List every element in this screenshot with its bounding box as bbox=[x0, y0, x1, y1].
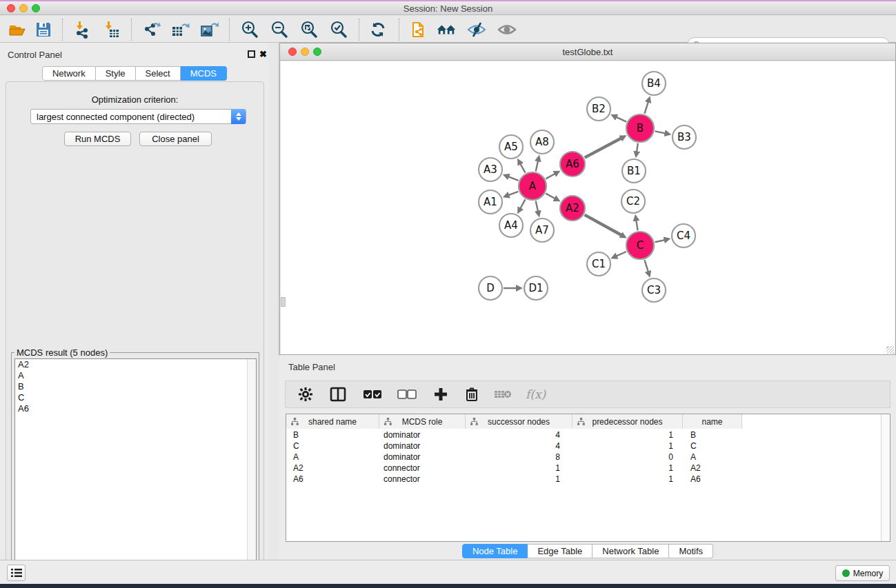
zoom-out-icon[interactable] bbox=[269, 19, 290, 40]
edge-A-A7[interactable] bbox=[536, 201, 539, 212]
node-label-C4: C4 bbox=[677, 230, 690, 242]
cell-shared-name: B bbox=[286, 430, 379, 440]
canvas-scrollbar-stub[interactable] bbox=[281, 297, 286, 307]
edge-B-B3[interactable] bbox=[655, 131, 666, 133]
table-row[interactable]: A2connector11A2 bbox=[286, 463, 880, 474]
settings-gear-icon[interactable] bbox=[298, 385, 313, 403]
table-row[interactable]: Cdominator41C bbox=[286, 440, 880, 452]
network-canvas[interactable]: B4B2BB3A8A5A6A3B1AA1C2A2A4A7C4CC1C3DD1 bbox=[281, 61, 895, 354]
window-resize-handle[interactable] bbox=[886, 346, 894, 354]
column-header-successor-nodes[interactable]: successor nodes bbox=[466, 414, 573, 429]
table-panel: Table Panel ✖ bbox=[279, 355, 896, 559]
result-list-item[interactable]: C bbox=[15, 392, 256, 403]
import-table-icon[interactable] bbox=[101, 19, 121, 40]
edge-A-A2[interactable] bbox=[546, 194, 555, 199]
list-icon bbox=[11, 568, 22, 578]
network-window-title: testGlobe.txt bbox=[280, 47, 895, 57]
edge-C-C4[interactable] bbox=[655, 240, 665, 242]
edge-B-B2[interactable] bbox=[615, 116, 626, 121]
memory-button[interactable]: Memory bbox=[835, 565, 890, 581]
control-panel-title: Control Panel bbox=[8, 50, 62, 60]
tab-select[interactable]: Select bbox=[136, 66, 181, 81]
export-table-icon[interactable] bbox=[170, 19, 190, 40]
refresh-view-icon[interactable] bbox=[368, 19, 388, 40]
tab-mcds[interactable]: MCDS bbox=[181, 66, 227, 81]
network-graph[interactable]: B4B2BB3A8A5A6A3B1AA1C2A2A4A7C4CC1C3DD1 bbox=[281, 61, 895, 354]
zoom-selected-icon[interactable] bbox=[328, 19, 349, 40]
column-header-MCDS-role[interactable]: MCDS role bbox=[379, 414, 466, 429]
column-header-shared-name[interactable]: shared name bbox=[286, 414, 379, 429]
table-tab-node-table[interactable]: Node Table bbox=[462, 544, 528, 558]
tab-network[interactable]: Network bbox=[42, 66, 96, 81]
edge-A-A6[interactable] bbox=[546, 174, 555, 179]
export-network-icon[interactable] bbox=[141, 19, 161, 40]
edge-A6-B[interactable] bbox=[585, 138, 622, 158]
float-panel-icon[interactable] bbox=[248, 50, 255, 58]
main-titlebar: Session: New Session bbox=[0, 0, 896, 15]
cell-successor-nodes: 8 bbox=[466, 452, 573, 462]
node-table[interactable]: shared nameMCDS rolesuccessor nodesprede… bbox=[286, 414, 890, 542]
eye-slash-icon[interactable] bbox=[466, 19, 487, 40]
import-network-icon[interactable] bbox=[72, 19, 92, 40]
node-label-C1: C1 bbox=[592, 258, 606, 270]
optimization-criterion-select[interactable]: largest connected component (directed) bbox=[30, 109, 246, 124]
select-all-checkboxes-icon[interactable] bbox=[363, 385, 382, 403]
edge-A-A5[interactable] bbox=[520, 163, 526, 173]
column-header-name[interactable]: name bbox=[683, 414, 742, 429]
toggle-columns-icon[interactable] bbox=[330, 385, 346, 403]
table-toolbar: f(x) bbox=[285, 381, 890, 408]
edge-C-C3[interactable] bbox=[644, 260, 648, 272]
tab-style[interactable]: Style bbox=[96, 66, 136, 81]
table-row[interactable]: Adominator80A bbox=[286, 452, 880, 463]
task-history-button[interactable] bbox=[7, 565, 26, 581]
cell-name: C bbox=[683, 441, 742, 451]
add-row-icon[interactable] bbox=[433, 385, 448, 403]
zoom-fit-icon[interactable] bbox=[299, 19, 319, 40]
edge-B-B1[interactable] bbox=[637, 143, 638, 153]
result-list-item[interactable]: A bbox=[15, 370, 256, 381]
window-title: Session: New Session bbox=[0, 3, 896, 14]
run-mcds-button[interactable]: Run MCDS bbox=[64, 132, 131, 146]
cell-name: B bbox=[683, 430, 742, 440]
edge-A-A3[interactable] bbox=[508, 176, 518, 181]
houses-icon[interactable] bbox=[436, 19, 457, 40]
node-label-D: D bbox=[486, 282, 495, 294]
edge-C-C1[interactable] bbox=[616, 252, 626, 256]
cell-successor-nodes: 4 bbox=[466, 441, 573, 451]
edge-A-A4[interactable] bbox=[520, 199, 526, 209]
result-list-item[interactable]: A6 bbox=[15, 403, 256, 414]
deselect-all-checkboxes-icon[interactable] bbox=[397, 385, 417, 403]
eye-icon[interactable] bbox=[497, 19, 517, 40]
table-row[interactable]: A6connector11A6 bbox=[286, 474, 880, 485]
memory-status-icon bbox=[842, 569, 850, 577]
table-tab-motifs[interactable]: Motifs bbox=[669, 544, 713, 558]
table-tab-network-table[interactable]: Network Table bbox=[593, 544, 669, 558]
table-scrollbar[interactable] bbox=[881, 414, 890, 541]
edge-B-B4[interactable] bbox=[644, 101, 648, 114]
edge-C-C2[interactable] bbox=[636, 220, 637, 231]
table-row[interactable]: Bdominator41B bbox=[286, 429, 880, 440]
result-list-item[interactable]: B bbox=[15, 381, 256, 392]
zoom-in-icon[interactable] bbox=[239, 19, 260, 40]
node-label-B1: B1 bbox=[627, 165, 641, 177]
network-document-icon[interactable] bbox=[408, 19, 429, 40]
column-header-predecessor-nodes[interactable]: predecessor nodes bbox=[573, 414, 683, 429]
close-panel-button[interactable]: Close panel bbox=[139, 132, 212, 146]
result-list-item[interactable]: A2 bbox=[15, 359, 256, 370]
network-window-titlebar[interactable]: testGlobe.txt bbox=[280, 43, 895, 61]
export-image-icon[interactable] bbox=[199, 19, 219, 40]
close-panel-icon[interactable]: ✖ bbox=[259, 49, 267, 59]
function-builder-icon[interactable]: f(x) bbox=[526, 385, 546, 403]
node-label-A3: A3 bbox=[484, 163, 497, 176]
save-icon[interactable] bbox=[33, 19, 54, 40]
result-list-scrollbar[interactable] bbox=[247, 359, 256, 582]
open-folder-icon[interactable] bbox=[7, 19, 28, 40]
delete-row-icon[interactable] bbox=[465, 385, 479, 403]
delete-table-icon[interactable] bbox=[494, 385, 512, 403]
edge-A-A8[interactable] bbox=[536, 160, 539, 171]
edge-A2-C[interactable] bbox=[585, 215, 622, 236]
table-tab-edge-table[interactable]: Edge Table bbox=[528, 544, 593, 558]
node-label-B4: B4 bbox=[647, 77, 661, 90]
edge-A-A1[interactable] bbox=[508, 192, 518, 196]
mcds-result-list[interactable]: A2ABCA6 bbox=[14, 358, 257, 583]
